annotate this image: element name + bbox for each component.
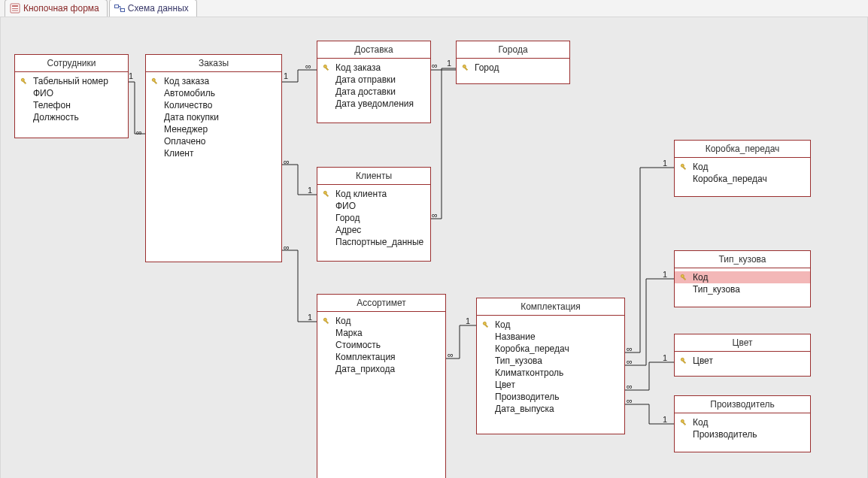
field-row[interactable]: Адрес — [322, 224, 426, 236]
entity-title[interactable]: Города — [457, 41, 569, 59]
field-row[interactable]: Код заказа — [150, 75, 277, 87]
svg-rect-27 — [683, 422, 686, 425]
entity-body: КодНазваниеКоробка_передачТип_кузоваКлим… — [477, 316, 624, 421]
field-row[interactable]: Автомобиль — [150, 87, 277, 99]
entity-title[interactable]: Коробка_передач — [675, 141, 810, 158]
primary-key-icon — [322, 190, 331, 198]
entity-title[interactable]: Производитель — [675, 396, 810, 413]
card-label: ∞ — [448, 350, 454, 359]
field-row[interactable]: Цвет — [679, 355, 806, 367]
field-label: ФИО — [33, 87, 53, 99]
field-row[interactable]: Производитель — [679, 428, 806, 440]
entity-cities[interactable]: ГородаГород — [456, 41, 570, 84]
field-row[interactable]: Телефон — [20, 99, 123, 111]
field-row[interactable]: Код — [481, 319, 620, 331]
field-row[interactable]: Название — [481, 331, 620, 343]
entity-title[interactable]: Заказы — [146, 55, 281, 72]
field-row[interactable]: Дата_прихода — [322, 363, 441, 375]
field-row[interactable]: Код — [679, 161, 806, 173]
field-row[interactable]: Код заказа — [322, 62, 426, 74]
entity-bodytype[interactable]: Тип_кузоваКодТип_кузова — [674, 250, 811, 307]
card-label: 1 — [447, 59, 451, 68]
svg-rect-2 — [12, 8, 18, 9]
entity-body: Табельный номерФИОТелефонДолжность — [15, 72, 128, 129]
entity-clients[interactable]: КлиентыКод клиентаФИОГородАдресПаспортны… — [317, 167, 431, 262]
field-label: Коробка_передач — [495, 343, 569, 355]
field-row[interactable]: Клиент — [150, 147, 277, 159]
entity-assortment[interactable]: АссортиметКодМаркаСтоимостьКомплектацияД… — [317, 294, 446, 478]
field-row[interactable]: Дата отправки — [322, 74, 426, 86]
field-row[interactable]: Код — [675, 271, 810, 283]
primary-key-icon — [461, 64, 470, 71]
card-label: 1 — [466, 316, 470, 325]
field-label: Стоимость — [335, 339, 381, 351]
field-row[interactable]: Количество — [150, 99, 277, 111]
field-row[interactable]: Город — [461, 62, 565, 74]
field-row[interactable]: ФИО — [322, 200, 426, 212]
tab-form-label: Кнопочная форма — [23, 3, 99, 14]
entity-orders[interactable]: ЗаказыКод заказаАвтомобильКоличествоДата… — [145, 54, 282, 262]
svg-rect-17 — [326, 321, 329, 324]
entity-employees[interactable]: СотрудникиТабельный номерФИОТелефонДолжн… — [14, 54, 129, 138]
field-row[interactable]: Производитель — [481, 391, 620, 403]
entity-delivery[interactable]: ДоставкаКод заказаДата отправкиДата дост… — [317, 41, 431, 123]
field-row[interactable]: Табельный номер — [20, 75, 123, 87]
field-row[interactable]: Комплектация — [322, 351, 441, 363]
field-row[interactable]: Код клиента — [322, 188, 426, 200]
field-row[interactable]: Дата_выпуска — [481, 403, 620, 415]
field-label: Код — [693, 416, 708, 428]
entity-title[interactable]: Доставка — [317, 41, 430, 59]
entity-title[interactable]: Клиенты — [317, 168, 430, 185]
primary-key-icon — [20, 77, 29, 85]
field-row[interactable]: Тип_кузова — [679, 283, 806, 295]
field-row[interactable]: Дата покупки — [150, 111, 277, 123]
field-row[interactable]: Тип_кузова — [481, 355, 620, 367]
field-label: Цвет — [693, 355, 713, 367]
field-label: Паспортные_данные — [335, 236, 423, 248]
entity-title[interactable]: Сотрудники — [15, 55, 128, 72]
field-label: Тип_кузова — [495, 355, 542, 367]
entity-title[interactable]: Ассортимет — [317, 295, 445, 312]
primary-key-icon — [679, 419, 688, 426]
entity-color[interactable]: ЦветЦвет — [674, 334, 811, 377]
card-label: 1 — [308, 313, 312, 322]
entity-manufacturer[interactable]: ПроизводительКодПроизводитель — [674, 395, 811, 452]
field-label: Марка — [335, 327, 363, 339]
card-label: 1 — [663, 415, 667, 424]
field-row[interactable]: Код — [679, 416, 806, 428]
field-row[interactable]: Оплачено — [150, 135, 277, 147]
card-label: 1 — [663, 270, 667, 279]
field-row[interactable]: Город — [322, 212, 426, 224]
field-row[interactable]: Паспортные_данные — [322, 236, 426, 248]
field-label: Город — [335, 212, 360, 224]
form-icon — [10, 3, 20, 14]
relationship-canvas[interactable]: 1 ∞ 1 ∞ ∞ 1 ∞ 1 ∞ 1 ∞ ∞ 1 ∞ 1 ∞ 1 ∞ 1 ∞ … — [0, 17, 868, 478]
tab-schema[interactable]: Схема данных — [109, 0, 197, 17]
field-row[interactable]: Климатконтроль — [481, 367, 620, 379]
field-row[interactable]: Должность — [20, 111, 123, 123]
field-row[interactable]: Марка — [322, 327, 441, 339]
field-label: Клиент — [164, 147, 194, 159]
field-row[interactable]: Дата уведомления — [322, 98, 426, 110]
entity-title[interactable]: Тип_кузова — [675, 251, 810, 268]
field-row[interactable]: Цвет — [481, 379, 620, 391]
field-row[interactable]: Менеджер — [150, 123, 277, 135]
field-label: Менеджер — [164, 123, 208, 135]
entity-title[interactable]: Комплектация — [477, 298, 624, 316]
card-label: ∞ — [627, 396, 633, 405]
field-row[interactable]: ФИО — [20, 87, 123, 99]
card-label: ∞ — [305, 62, 311, 71]
field-row[interactable]: Код — [322, 315, 441, 327]
field-label: Код заказа — [335, 62, 381, 74]
entity-title[interactable]: Цвет — [675, 334, 810, 352]
field-row[interactable]: Дата доставки — [322, 86, 426, 98]
tab-schema-label: Схема данных — [128, 3, 189, 14]
entity-gearbox[interactable]: Коробка_передачКодКоробка_передач — [674, 140, 811, 197]
field-row[interactable]: Коробка_передач — [481, 343, 620, 355]
entity-configuration[interactable]: КомплектацияКодНазваниеКоробка_передачТи… — [476, 298, 625, 434]
field-label: Код — [693, 271, 708, 283]
entity-body: КодПроизводитель — [675, 413, 810, 446]
field-row[interactable]: Стоимость — [322, 339, 441, 351]
field-row[interactable]: Коробка_передач — [679, 173, 806, 185]
tab-form[interactable]: Кнопочная форма — [5, 0, 108, 17]
